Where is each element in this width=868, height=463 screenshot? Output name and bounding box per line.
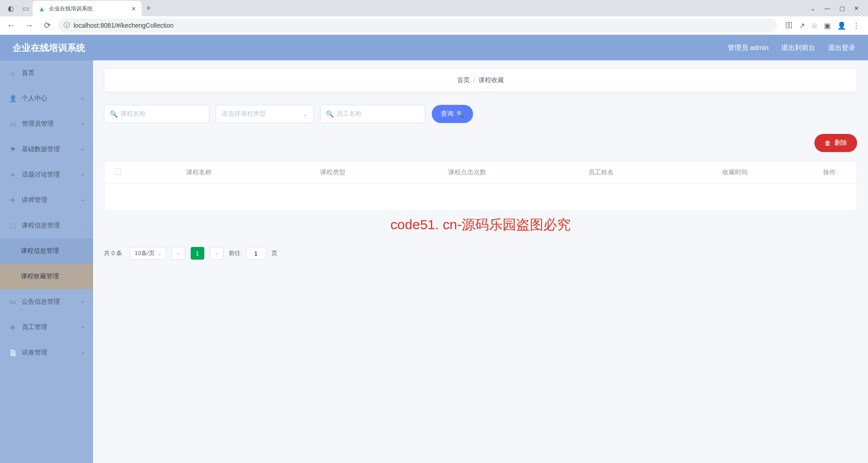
menu-icon[interactable]: ⋮ [853,21,860,30]
checkbox-icon[interactable] [115,168,121,175]
sidebar-item-base-data[interactable]: ⚑基础数据管理+ [0,137,93,162]
expand-icon: + [81,350,84,355]
user-label[interactable]: 管理员 admin [728,44,769,52]
star-icon[interactable]: ☆ [811,21,818,30]
action-row: 🗑 删除 [104,134,857,152]
browser-chrome: ◐ ▭ ▲ 企业在线培训系统 ✕ + ⌄ — ▢ ✕ ← → ⟳ ⓘ local… [0,0,868,35]
share-icon[interactable]: ↗ [799,21,805,30]
app-header: 企业在线培训系统 管理员 admin 退出到前台 退出登录 [0,35,868,60]
app-title: 企业在线培训系统 [13,42,85,54]
delete-button[interactable]: 🗑 删除 [814,134,857,152]
square-icon: ⬚ [9,222,16,229]
app-body: ⌂首页 👤个人中心+ ▭管理员管理+ ⚑基础数据管理+ ≡话题讨论管理+ ✈讲师… [0,60,868,463]
sidebar-item-course-info[interactable]: ⬚课程信息管理− [0,213,93,238]
back-to-front-link[interactable]: 退出到前台 [781,44,815,52]
search-icon: 🔍 [110,110,118,118]
next-page-button[interactable]: › [210,247,223,260]
profile-icon[interactable]: 👤 [837,21,846,30]
tab-title: 企业在线培训系统 [49,5,128,13]
sidebar-item-discussion[interactable]: ≡话题讨论管理+ [0,162,93,187]
input-placeholder: 员工名称 [336,110,362,118]
pagination: 共 0 条 10条/页 ‹ 1 › 前往 页 [104,247,857,260]
sidebar-item-label: 员工管理 [22,323,47,331]
page-1-button[interactable]: 1 [191,247,204,260]
sidebar-sub-course-collection[interactable]: 课程收藏管理 [0,264,93,289]
sidebar-item-home[interactable]: ⌂首页 [0,60,93,86]
watermark-notice: code51. cn-源码乐园盗图必究 [104,216,857,234]
browser-right-icons: ⚿ ↗ ☆ ▣ 👤 ⋮ [781,21,864,30]
header-right: 管理员 admin 退出到前台 退出登录 [728,44,855,52]
select-placeholder: 请选择课程类型 [222,110,266,118]
sidebar: ⌂首页 👤个人中心+ ▭管理员管理+ ⚑基础数据管理+ ≡话题讨论管理+ ✈讲师… [0,60,93,463]
data-table: 课程名称 课程类型 课程点击次数 员工姓名 收藏时间 操作 [104,161,857,211]
sidebar-item-notice[interactable]: ▭公告信息管理+ [0,289,93,315]
maximize-icon[interactable]: ▢ [839,5,845,12]
expand-icon: + [81,325,84,330]
home-icon: ⌂ [9,69,16,77]
sidebar-item-label: 讲师管理 [22,196,47,204]
input-placeholder: 课程名称 [120,110,146,118]
user-icon: 👤 [9,95,16,102]
button-label: 查询 [441,110,454,118]
main-content: 首页 / 课程收藏 🔍 课程名称 请选择课程类型 ⌄ 🔍 员工名称 [93,60,868,463]
sidebar-item-admin[interactable]: ▭管理员管理+ [0,111,93,137]
expand-icon: + [81,172,84,177]
table-empty-body [104,183,857,211]
tabs-browser-icon[interactable]: ▭ [19,2,32,15]
chevron-down-icon: ⌄ [302,110,308,118]
dropdown-icon[interactable]: ⌄ [810,5,815,12]
sidebar-item-label: 公告信息管理 [22,298,60,306]
collapse-icon: − [81,223,84,228]
sidebar-item-personal[interactable]: 👤个人中心+ [0,86,93,111]
rect-icon: ▭ [9,298,16,305]
prev-page-button[interactable]: ‹ [172,247,185,260]
th-checkbox[interactable] [104,168,132,176]
query-button[interactable]: 查询 🔍 [432,105,473,123]
app-root: 企业在线培训系统 管理员 admin 退出到前台 退出登录 ⌂首页 👤个人中心+… [0,35,868,463]
sidebar-item-label: 基础数据管理 [22,145,60,153]
url-text: localhost:8081/#/kechengCollection [74,22,173,29]
expand-icon: + [81,147,84,152]
reload-button[interactable]: ⟳ [40,18,54,33]
th-collect-time: 收藏时间 [668,168,802,177]
breadcrumb: 首页 / 课程收藏 [104,69,857,92]
address-bar: ← → ⟳ ⓘ localhost:8081/#/kechengCollecti… [0,16,868,34]
expand-icon: + [81,122,84,127]
key-icon[interactable]: ⚿ [785,21,793,30]
expand-icon: + [81,96,84,101]
page-size-select[interactable]: 10条/页 [129,247,166,260]
course-type-select[interactable]: 请选择课程类型 ⌄ [216,105,314,123]
plus-circle-icon: ⊕ [9,324,16,331]
new-tab-button[interactable]: + [142,4,156,13]
employee-name-input[interactable]: 🔍 员工名称 [320,105,425,123]
breadcrumb-home[interactable]: 首页 [457,76,470,84]
course-name-input[interactable]: 🔍 课程名称 [104,105,209,123]
tabs-search-icon[interactable]: ◐ [5,2,17,15]
admin-icon: ▭ [9,120,16,128]
site-info-icon[interactable]: ⓘ [64,21,70,30]
minimize-icon[interactable]: — [824,5,830,12]
filter-row: 🔍 课程名称 请选择课程类型 ⌄ 🔍 员工名称 查询 🔍 [104,105,857,123]
expand-icon: + [81,300,84,305]
url-input[interactable]: ⓘ localhost:8081/#/kechengCollection [58,19,777,32]
close-window-icon[interactable]: ✕ [854,5,859,12]
goto-page-input[interactable] [246,247,266,260]
sidebar-item-employee[interactable]: ⊕员工管理+ [0,315,93,340]
breadcrumb-current: 课程收藏 [478,76,504,84]
tab-bar: ◐ ▭ ▲ 企业在线培训系统 ✕ + ⌄ — ▢ ✕ [0,0,868,16]
close-tab-icon[interactable]: ✕ [131,5,136,12]
th-clicks: 课程点击次数 [400,168,534,177]
extensions-icon[interactable]: ▣ [824,21,831,30]
sidebar-sub-course-info[interactable]: 课程信息管理 [0,238,93,264]
sidebar-item-lecturer[interactable]: ✈讲师管理+ [0,187,93,213]
flag-icon: ⚑ [9,146,16,153]
sidebar-item-exam[interactable]: 📄试卷管理+ [0,340,93,365]
browser-tab[interactable]: ▲ 企业在线培训系统 ✕ [33,1,142,16]
back-button[interactable]: ← [4,18,18,33]
trash-icon: 🗑 [824,139,831,147]
logout-link[interactable]: 退出登录 [828,44,855,52]
sidebar-item-label: 课程收藏管理 [21,272,59,281]
vue-favicon-icon: ▲ [38,5,45,12]
sidebar-item-label: 课程信息管理 [22,222,60,230]
forward-button[interactable]: → [22,18,36,33]
